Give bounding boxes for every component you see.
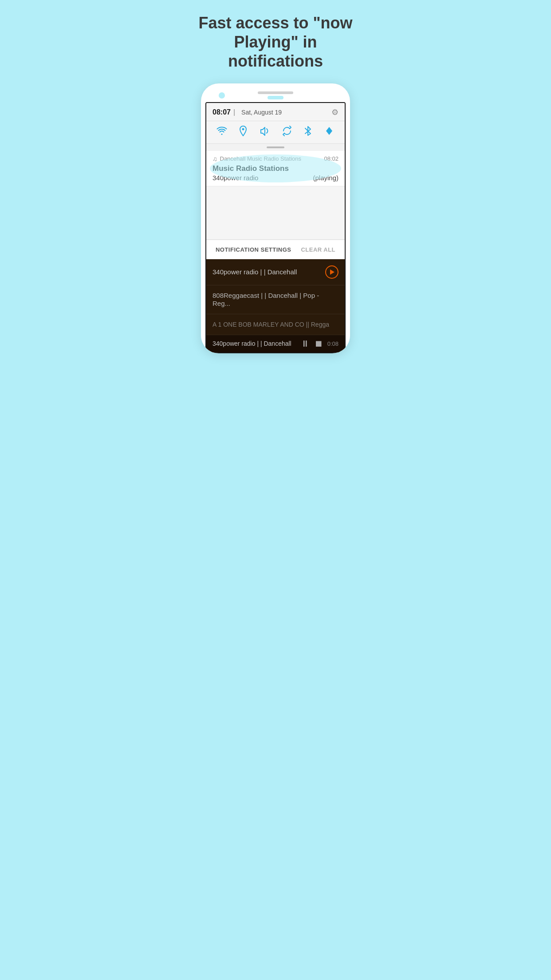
notification-settings-button[interactable]: NOTIFICATION SETTINGS	[216, 246, 291, 253]
status-separator: |	[233, 108, 235, 116]
notification-subtitle: 340power radio (playing)	[213, 174, 338, 182]
status-time: 08:07	[213, 108, 231, 116]
player-bar: 340power radio | | Dancehall ⏸ ⏹ 0:08	[206, 335, 345, 352]
notification-title: Music Radio Stations	[213, 164, 338, 173]
play-triangle-icon	[330, 269, 335, 275]
notification-app-name: Dancehall Music Radio Stations	[220, 155, 302, 162]
phone-speaker	[258, 91, 293, 94]
player-controls: ⏸ ⏹	[301, 339, 323, 349]
player-station-name: 340power radio | | Dancehall	[213, 340, 301, 347]
player-time: 0:08	[327, 340, 338, 347]
status-date: Sat, August 19	[241, 109, 282, 116]
phone-camera	[219, 92, 225, 99]
notification-actions: NOTIFICATION SETTINGS CLEAR ALL	[206, 240, 345, 259]
gear-icon: ⚙	[331, 107, 338, 117]
phone-sensor	[268, 96, 283, 99]
drag-handle	[267, 146, 284, 148]
status-bar: 08:07 | Sat, August 19 ⚙	[206, 103, 345, 121]
clear-all-button[interactable]: CLEAR ALL	[301, 246, 335, 253]
pause-button[interactable]: ⏸	[301, 339, 310, 349]
notification-time: 08:02	[324, 155, 338, 162]
play-button-1[interactable]	[325, 265, 338, 279]
notification-item[interactable]: ♫ Dancehall Music Radio Stations 08:02 M…	[206, 151, 345, 186]
svg-point-0	[242, 128, 244, 130]
app-content: 340power radio | | Dancehall 808Reggaeca…	[206, 259, 345, 352]
station-row-1[interactable]: 340power radio | | Dancehall	[206, 259, 345, 285]
phone-mockup: 08:07 | Sat, August 19 ⚙	[201, 83, 350, 353]
station-name-3: A 1 ONE BOB MARLEY AND CO || Regga	[213, 321, 329, 328]
location-icon[interactable]	[239, 126, 248, 139]
data-icon[interactable]	[324, 126, 335, 139]
empty-notification-space	[206, 186, 345, 240]
wifi-icon[interactable]	[216, 126, 227, 138]
station-name-2: 808Reggaecast | | Dancehall | Pop - Reg.…	[213, 292, 319, 307]
notification-area[interactable]: ♫ Dancehall Music Radio Stations 08:02 M…	[206, 151, 345, 186]
station-row-2[interactable]: 808Reggaecast | | Dancehall | Pop - Reg.…	[206, 285, 345, 314]
station-row-3[interactable]: A 1 ONE BOB MARLEY AND CO || Regga	[206, 314, 345, 335]
notification-header: ♫ Dancehall Music Radio Stations 08:02	[213, 155, 338, 162]
sync-icon[interactable]	[282, 126, 292, 139]
stop-button[interactable]: ⏹	[314, 339, 323, 349]
music-icon: ♫	[213, 155, 217, 162]
notification-playing: (playing)	[313, 174, 338, 182]
notification-station: 340power radio	[213, 174, 258, 182]
bluetooth-icon[interactable]	[304, 126, 312, 139]
station-name-1: 340power radio | | Dancehall	[213, 268, 325, 276]
phone-screen: 08:07 | Sat, August 19 ⚙	[205, 102, 346, 353]
headline: Fast access to "now Playing" in notifica…	[193, 13, 358, 71]
page-wrapper: Fast access to "now Playing" in notifica…	[184, 0, 367, 353]
phone-top-bar	[205, 91, 346, 99]
quick-settings	[206, 121, 345, 144]
volume-icon[interactable]	[260, 126, 270, 138]
